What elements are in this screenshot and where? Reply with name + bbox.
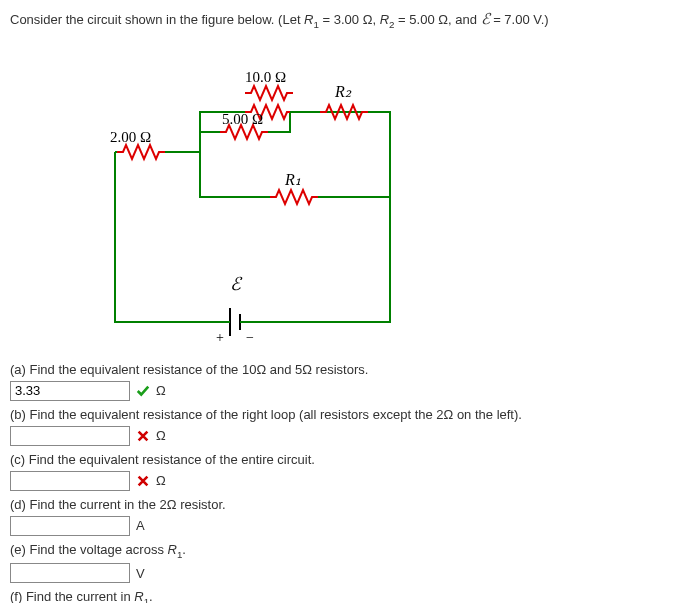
- part-d-text: (d) Find the current in the 2Ω resistor.: [10, 497, 678, 512]
- emf-value: 7.00 V: [504, 12, 540, 27]
- battery-plus: +: [216, 330, 224, 342]
- unit-e: V: [136, 566, 145, 581]
- answer-input-a[interactable]: [10, 381, 130, 401]
- answer-input-c[interactable]: [10, 471, 130, 491]
- part-c-text: (c) Find the equivalent resistance of th…: [10, 452, 678, 467]
- r1-symbol: R: [304, 12, 313, 27]
- part-e: (e) Find the voltage across R1. V: [10, 542, 678, 584]
- circuit-diagram: 2.00 Ω 10.0 Ω 5.00 Ω R₂ R₁ ℰ + −: [50, 42, 430, 342]
- label-5ohm: 5.00 Ω: [222, 111, 263, 127]
- r1-value: 3.00 Ω: [334, 12, 373, 27]
- label-r2: R₂: [334, 83, 352, 100]
- answer-input-b[interactable]: [10, 426, 130, 446]
- part-f: (f) Find the current in R1. A: [10, 589, 678, 603]
- unit-c: Ω: [156, 473, 166, 488]
- part-e-text: (e) Find the voltage across R1.: [10, 542, 678, 560]
- part-a-text: (a) Find the equivalent resistance of th…: [10, 362, 678, 377]
- part-b-text: (b) Find the equivalent resistance of th…: [10, 407, 678, 422]
- unit-a: Ω: [156, 383, 166, 398]
- part-b: (b) Find the equivalent resistance of th…: [10, 407, 678, 446]
- problem-statement: Consider the circuit shown in the figure…: [10, 10, 678, 30]
- label-emf: ℰ: [230, 274, 243, 294]
- part-d: (d) Find the current in the 2Ω resistor.…: [10, 497, 678, 536]
- unit-d: A: [136, 518, 145, 533]
- part-f-text: (f) Find the current in R1.: [10, 589, 678, 603]
- unit-b: Ω: [156, 428, 166, 443]
- r1-sub: 1: [314, 19, 319, 30]
- intro-text: Consider the circuit shown in the figure…: [10, 12, 304, 27]
- label-10ohm: 10.0 Ω: [245, 69, 286, 85]
- r2-sub: 2: [389, 19, 394, 30]
- r2-symbol: R: [380, 12, 389, 27]
- answer-input-d[interactable]: [10, 516, 130, 536]
- label-r1: R₁: [284, 171, 301, 188]
- label-2ohm: 2.00 Ω: [110, 129, 151, 145]
- cross-icon: [136, 429, 150, 443]
- cross-icon: [136, 474, 150, 488]
- part-a: (a) Find the equivalent resistance of th…: [10, 362, 678, 401]
- battery-minus: −: [246, 330, 254, 342]
- answer-input-e[interactable]: [10, 563, 130, 583]
- check-icon: [136, 384, 150, 398]
- emf-symbol: ℰ: [481, 11, 490, 27]
- r2-value: 5.00 Ω: [409, 12, 448, 27]
- part-c: (c) Find the equivalent resistance of th…: [10, 452, 678, 491]
